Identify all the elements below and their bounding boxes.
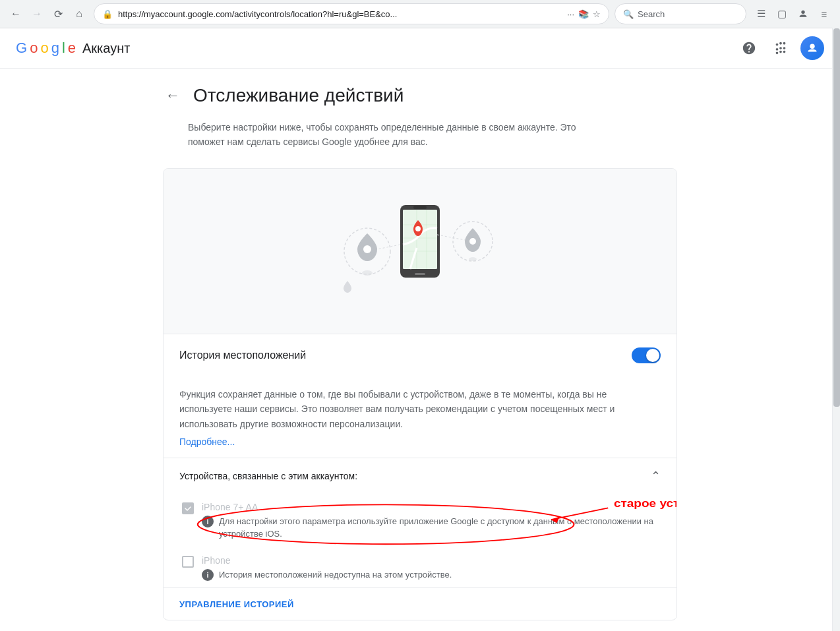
device1-info-icon: i xyxy=(202,516,214,527)
svg-rect-17 xyxy=(415,273,425,275)
devices-header[interactable]: Устройства, связанные с этим аккаунтом: … xyxy=(164,458,676,494)
page-title: Отслеживание действий xyxy=(193,85,404,106)
menu-button[interactable]: ≡ xyxy=(815,5,833,23)
desc-text: Функция сохраняет данные о том, где вы п… xyxy=(179,387,661,431)
svg-point-1 xyxy=(810,44,814,49)
device2-info-icon: i xyxy=(202,569,214,581)
device1-info-text: Для настройки этого параметра используйт… xyxy=(219,515,661,541)
device-item-2: iPhone i История местоположений недоступ… xyxy=(164,549,676,588)
reading-view-button[interactable]: ▢ xyxy=(773,5,791,23)
svg-point-0 xyxy=(801,11,804,14)
manage-history-link[interactable]: УПРАВЛЕНИЕ ИСТОРИЕЙ xyxy=(179,599,294,609)
svg-point-4 xyxy=(362,270,373,276)
device2-checkbox[interactable] xyxy=(182,556,194,568)
browser-toolbar: ← → ⟳ ⌂ 🔒 https://myaccount.google.com/a… xyxy=(0,0,840,28)
avatar[interactable] xyxy=(800,36,824,60)
location-history-toggle[interactable] xyxy=(632,347,661,363)
back-button[interactable]: ← xyxy=(7,5,25,23)
page-title-row: ← Отслеживание действий xyxy=(163,84,677,107)
svg-line-20 xyxy=(437,235,465,240)
logo-e: e xyxy=(68,40,76,57)
annotation-container: iPhone 7+ AA i Для настройки этого парам… xyxy=(164,494,676,588)
chevron-up-icon: ⌃ xyxy=(651,469,661,483)
logo-g2: g xyxy=(51,40,59,57)
address-actions: ··· 📚 ☆ xyxy=(567,9,601,19)
logo-l: l xyxy=(62,40,65,57)
main-content: ← Отслеживание действий Выберите настрой… xyxy=(136,69,704,631)
logo-o1: o xyxy=(30,40,38,57)
svg-point-5 xyxy=(363,245,371,253)
apps-button[interactable] xyxy=(769,36,793,60)
back-page-button[interactable]: ← xyxy=(163,84,183,107)
scrollbar-thumb[interactable] xyxy=(833,28,840,407)
svg-point-6 xyxy=(469,257,477,261)
lock-icon: 🔒 xyxy=(102,9,113,19)
help-button[interactable] xyxy=(737,36,761,60)
learn-more-link[interactable]: Подробнее... xyxy=(179,436,235,447)
forward-button[interactable]: → xyxy=(28,5,46,23)
address-bar[interactable]: 🔒 https://myaccount.google.com/activityc… xyxy=(94,3,609,24)
search-icon: 🔍 xyxy=(623,9,634,19)
device1-info: i Для настройки этого параметра использу… xyxy=(202,515,661,541)
main-card: История местоположений Функция сохраняет… xyxy=(163,168,677,621)
more-button[interactable]: ··· xyxy=(567,9,574,19)
browser-chrome: ← → ⟳ ⌂ 🔒 https://myaccount.google.com/a… xyxy=(0,0,840,28)
svg-point-7 xyxy=(469,238,476,245)
page-header: Google Аккаунт xyxy=(0,28,840,69)
svg-point-16 xyxy=(415,226,421,231)
svg-rect-18 xyxy=(413,206,427,209)
manage-link-row: УПРАВЛЕНИЕ ИСТОРИЕЙ xyxy=(164,587,676,620)
logo-g: G xyxy=(16,40,27,57)
bookmark-icon[interactable]: ☆ xyxy=(593,9,601,19)
pocket-icon: 📚 xyxy=(578,9,589,19)
page-wrapper: ← → ⟳ ⌂ 🔒 https://myaccount.google.com/a… xyxy=(0,0,840,631)
google-logo: Google Аккаунт xyxy=(16,40,130,57)
search-box[interactable]: 🔍 Search xyxy=(615,3,746,24)
device-item-1: iPhone 7+ AA i Для настройки этого парам… xyxy=(164,494,676,549)
logo-account: Аккаунт xyxy=(82,41,130,56)
header-actions xyxy=(737,36,824,60)
device-row-1: iPhone 7+ AA i Для настройки этого парам… xyxy=(182,502,661,541)
browser-menu-icons: ☰ ▢ ≡ xyxy=(752,5,833,23)
illustration-wrapper xyxy=(315,195,525,307)
toggle-row: История местоположений xyxy=(164,334,676,376)
address-text: https://myaccount.google.com/activitycon… xyxy=(118,9,562,19)
svg-line-19 xyxy=(377,245,400,249)
logo-o2: o xyxy=(40,40,48,57)
device2-name: iPhone xyxy=(202,555,452,566)
avatar-image xyxy=(800,36,824,60)
desc-section: Функция сохраняет данные о том, где вы п… xyxy=(164,376,676,458)
devices-label: Устройства, связанные с этим аккаунтом: xyxy=(179,471,357,481)
profile-button[interactable] xyxy=(794,5,812,23)
scrollbar-track xyxy=(832,28,840,631)
device1-name: iPhone 7+ AA xyxy=(202,502,661,512)
sidebars-button[interactable]: ☰ xyxy=(752,5,770,23)
svg-rect-10 xyxy=(403,210,437,269)
device-row-2: iPhone i История местоположений недоступ… xyxy=(182,555,661,582)
search-placeholder: Search xyxy=(638,9,665,19)
device2-info: i История местоположений недоступна на э… xyxy=(202,568,452,582)
home-button[interactable]: ⌂ xyxy=(70,5,88,23)
location-history-label: История местоположений xyxy=(179,349,306,361)
reload-button[interactable]: ⟳ xyxy=(49,5,67,23)
page-description: Выберите настройки ниже, чтобы сохранять… xyxy=(188,120,677,150)
device2-info-text: История местоположений недоступна на это… xyxy=(219,568,452,582)
device1-checkbox[interactable] xyxy=(182,502,194,514)
nav-buttons: ← → ⟳ ⌂ xyxy=(7,5,88,23)
illustration-area xyxy=(164,169,676,334)
